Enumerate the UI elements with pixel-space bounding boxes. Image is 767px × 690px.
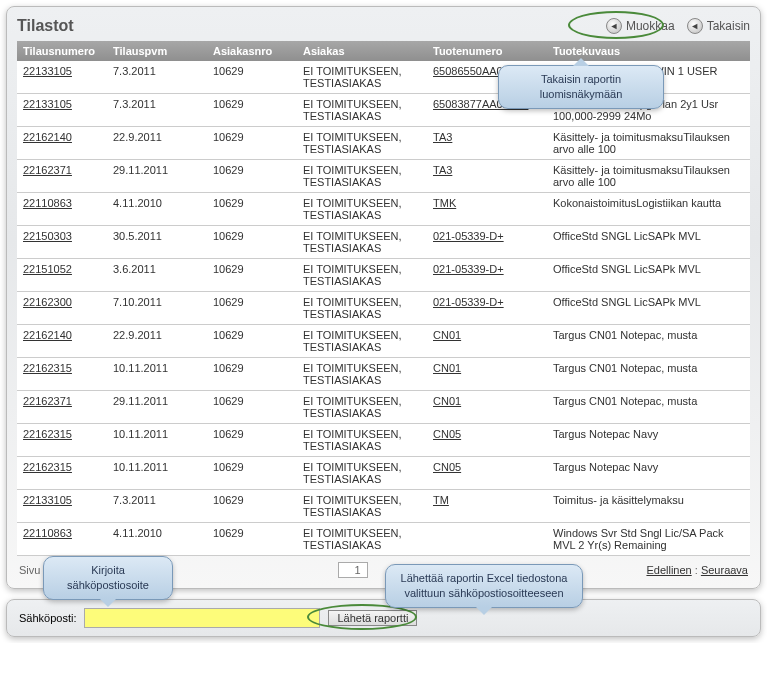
- table-row: 2216237129.11.201110629EI TOIMITUKSEEN, …: [17, 160, 750, 193]
- cell-prodnum[interactable]: CN01: [427, 358, 547, 391]
- cell-customer: EI TOIMITUKSEEN, TESTIASIAKAS: [297, 94, 427, 127]
- cell-prodnum[interactable]: [427, 523, 547, 556]
- col-custnum[interactable]: Asiakasnro: [207, 41, 297, 61]
- cell-proddesc: OfficeStd SNGL LicSAPk MVL: [547, 292, 750, 325]
- cell-customer: EI TOIMITUKSEEN, TESTIASIAKAS: [297, 424, 427, 457]
- cell-proddesc: Käsittely- ja toimitusmaksuTilauksen arv…: [547, 127, 750, 160]
- cell-proddesc: Targus CN01 Notepac, musta: [547, 358, 750, 391]
- col-customer[interactable]: Asiakas: [297, 41, 427, 61]
- table-row: 2216231510.11.201110629EI TOIMITUKSEEN, …: [17, 457, 750, 490]
- cell-proddesc: Käsittely- ja toimitusmaksuTilauksen arv…: [547, 160, 750, 193]
- page-title: Tilastot: [17, 17, 74, 35]
- edit-tooltip: Takaisin raportin luomisnäkymään: [498, 65, 664, 109]
- col-prodnum[interactable]: Tuotenumero: [427, 41, 547, 61]
- cell-ordernum[interactable]: 22162315: [17, 457, 107, 490]
- cell-orderdate: 7.3.2011: [107, 61, 207, 94]
- cell-ordernum[interactable]: 22162140: [17, 127, 107, 160]
- pencil-icon: ◄: [606, 18, 622, 34]
- cell-orderdate: 10.11.2011: [107, 457, 207, 490]
- cell-customer: EI TOIMITUKSEEN, TESTIASIAKAS: [297, 193, 427, 226]
- cell-prodnum[interactable]: 021-05339-D+: [427, 259, 547, 292]
- cell-ordernum[interactable]: 22162371: [17, 160, 107, 193]
- cell-prodnum[interactable]: CN01: [427, 391, 547, 424]
- cell-customer: EI TOIMITUKSEEN, TESTIASIAKAS: [297, 358, 427, 391]
- cell-ordernum[interactable]: 22162315: [17, 424, 107, 457]
- pager-page-input[interactable]: 1: [338, 562, 368, 578]
- cell-ordernum[interactable]: 22162300: [17, 292, 107, 325]
- table-row: 221623007.10.201110629EI TOIMITUKSEEN, T…: [17, 292, 750, 325]
- cell-prodnum[interactable]: 021-05339-D+: [427, 292, 547, 325]
- cell-orderdate: 10.11.2011: [107, 358, 207, 391]
- cell-custnum: 10629: [207, 358, 297, 391]
- cell-custnum: 10629: [207, 127, 297, 160]
- cell-prodnum[interactable]: TA3: [427, 160, 547, 193]
- cell-ordernum[interactable]: 22133105: [17, 94, 107, 127]
- table-row: 2216214022.9.201110629EI TOIMITUKSEEN, T…: [17, 325, 750, 358]
- cell-ordernum[interactable]: 22110863: [17, 193, 107, 226]
- pager-prev[interactable]: Edellinen: [646, 564, 691, 576]
- cell-proddesc: Windows Svr Std Sngl Lic/SA Pack MVL 2 Y…: [547, 523, 750, 556]
- table-row: 221331057.3.201110629EI TOIMITUKSEEN, TE…: [17, 490, 750, 523]
- cell-orderdate: 10.11.2011: [107, 424, 207, 457]
- cell-proddesc: Targus Notepac Navy: [547, 457, 750, 490]
- cell-custnum: 10629: [207, 193, 297, 226]
- cell-proddesc: Targus CN01 Notepac, musta: [547, 325, 750, 358]
- cell-ordernum[interactable]: 22133105: [17, 490, 107, 523]
- cell-prodnum[interactable]: CN01: [427, 325, 547, 358]
- cell-orderdate: 29.11.2011: [107, 160, 207, 193]
- table-row: 221108634.11.201010629EI TOIMITUKSEEN, T…: [17, 523, 750, 556]
- edit-label: Muokkaa: [626, 19, 675, 33]
- table-row: 2215030330.5.201110629EI TOIMITUKSEEN, T…: [17, 226, 750, 259]
- cell-orderdate: 4.11.2010: [107, 523, 207, 556]
- cell-ordernum[interactable]: 22162315: [17, 358, 107, 391]
- cell-prodnum[interactable]: TMK: [427, 193, 547, 226]
- cell-custnum: 10629: [207, 259, 297, 292]
- email-input[interactable]: [84, 608, 320, 628]
- cell-ordernum[interactable]: 22162140: [17, 325, 107, 358]
- cell-custnum: 10629: [207, 325, 297, 358]
- cell-ordernum[interactable]: 22162371: [17, 391, 107, 424]
- cell-orderdate: 7.3.2011: [107, 94, 207, 127]
- email-panel: Sähköposti: Lähetä raportti: [6, 599, 761, 637]
- cell-custnum: 10629: [207, 160, 297, 193]
- cell-custnum: 10629: [207, 391, 297, 424]
- back-arrow-icon: ◄: [687, 18, 703, 34]
- toolbar: ◄ Muokkaa ◄ Takaisin: [606, 18, 750, 34]
- cell-orderdate: 30.5.2011: [107, 226, 207, 259]
- cell-ordernum[interactable]: 22151052: [17, 259, 107, 292]
- cell-proddesc: KokonaistoimitusLogistiikan kautta: [547, 193, 750, 226]
- cell-custnum: 10629: [207, 490, 297, 523]
- table-row: 221108634.11.201010629EI TOIMITUKSEEN, T…: [17, 193, 750, 226]
- email-label: Sähköposti:: [19, 612, 76, 624]
- table-row: 221510523.6.201110629EI TOIMITUKSEEN, TE…: [17, 259, 750, 292]
- cell-orderdate: 22.9.2011: [107, 325, 207, 358]
- col-orderdate[interactable]: Tilauspvm: [107, 41, 207, 61]
- cell-orderdate: 22.9.2011: [107, 127, 207, 160]
- table-row: 2216237129.11.201110629EI TOIMITUKSEEN, …: [17, 391, 750, 424]
- edit-button[interactable]: ◄ Muokkaa: [606, 18, 675, 34]
- cell-ordernum[interactable]: 22133105: [17, 61, 107, 94]
- cell-ordernum[interactable]: 22110863: [17, 523, 107, 556]
- cell-proddesc: Targus Notepac Navy: [547, 424, 750, 457]
- table-header-row: Tilausnumero Tilauspvm Asiakasnro Asiaka…: [17, 41, 750, 61]
- statistics-panel: Tilastot ◄ Muokkaa ◄ Takaisin Takaisin r…: [6, 6, 761, 589]
- cell-customer: EI TOIMITUKSEEN, TESTIASIAKAS: [297, 523, 427, 556]
- cell-prodnum[interactable]: TA3: [427, 127, 547, 160]
- cell-orderdate: 4.11.2010: [107, 193, 207, 226]
- pager-next[interactable]: Seuraava: [701, 564, 748, 576]
- cell-ordernum[interactable]: 22150303: [17, 226, 107, 259]
- cell-proddesc: OfficeStd SNGL LicSAPk MVL: [547, 259, 750, 292]
- cell-custnum: 10629: [207, 424, 297, 457]
- cell-customer: EI TOIMITUKSEEN, TESTIASIAKAS: [297, 325, 427, 358]
- send-report-button[interactable]: Lähetä raportti: [328, 610, 417, 626]
- back-button[interactable]: ◄ Takaisin: [687, 18, 750, 34]
- cell-custnum: 10629: [207, 226, 297, 259]
- cell-prodnum[interactable]: TM: [427, 490, 547, 523]
- cell-customer: EI TOIMITUKSEEN, TESTIASIAKAS: [297, 61, 427, 94]
- cell-prodnum[interactable]: CN05: [427, 424, 547, 457]
- cell-prodnum[interactable]: 021-05339-D+: [427, 226, 547, 259]
- cell-prodnum[interactable]: CN05: [427, 457, 547, 490]
- col-ordernum[interactable]: Tilausnumero: [17, 41, 107, 61]
- cell-orderdate: 3.6.2011: [107, 259, 207, 292]
- cell-custnum: 10629: [207, 61, 297, 94]
